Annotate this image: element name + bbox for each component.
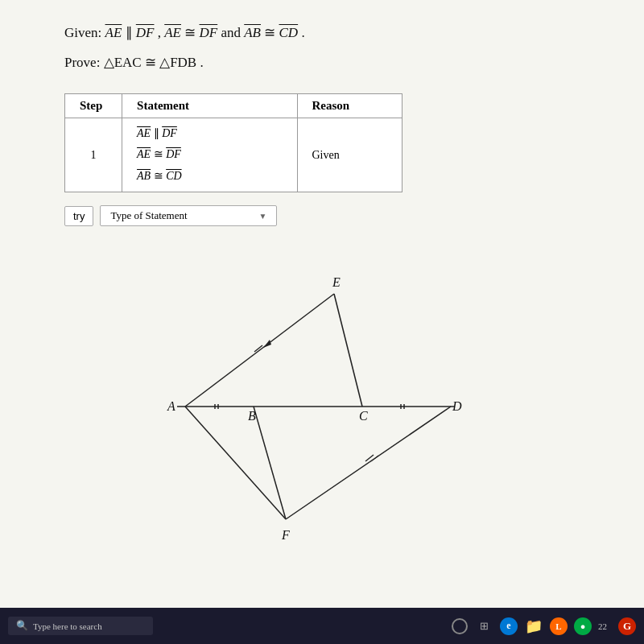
label-E: E xyxy=(332,275,341,289)
stmt3: AB ≅ CD xyxy=(137,167,282,185)
cd-s: CD xyxy=(166,170,181,182)
ae-s2: AE xyxy=(137,148,151,160)
svg-line-3 xyxy=(185,407,286,519)
cd-segment: CD xyxy=(279,25,299,40)
label-B: B xyxy=(248,409,256,423)
given-label: Given: xyxy=(64,25,105,40)
par-sym: ∥ xyxy=(154,127,163,139)
try-row: try Type of Statement ▼ xyxy=(64,205,596,226)
prove-label: Prove: xyxy=(64,55,104,70)
period2: . xyxy=(200,55,203,70)
cong-sym: ≅ xyxy=(154,148,167,160)
comma: , xyxy=(158,25,165,40)
geometry-svg: A B C D E F xyxy=(105,250,507,564)
df-s: DF xyxy=(162,127,177,139)
taskbar: 🔍 Type here to search ⊞ e 📁 L ● 22 G xyxy=(0,608,644,644)
df-segment: DF xyxy=(136,25,155,40)
df-segment2: DF xyxy=(200,25,218,40)
label-D: D xyxy=(452,399,462,413)
given-line: Given: AE ∥ DF , AE ≅ DF and AB ≅ CD . xyxy=(64,24,596,41)
chevron-down-icon: ▼ xyxy=(259,212,267,221)
taskbar-chrome-icon[interactable]: G xyxy=(618,617,636,635)
stmt2: AE ≅ DF xyxy=(137,146,282,163)
svg-line-5 xyxy=(254,407,286,519)
label-C: C xyxy=(359,409,368,423)
geometry-figure: A B C D E F xyxy=(105,250,588,572)
search-text: Type here to search xyxy=(33,621,102,631)
taskbar-folder-icon[interactable]: 📁 xyxy=(524,617,543,636)
dropdown-placeholder: Type of Statement xyxy=(110,209,187,222)
ae-s: AE xyxy=(137,127,151,139)
search-icon: 🔍 xyxy=(16,620,28,632)
statement-header: Statement xyxy=(122,94,297,118)
taskbar-date: 22 xyxy=(598,621,607,631)
content-area: Given: AE ∥ DF , AE ≅ DF and AB ≅ CD . P… xyxy=(0,0,644,242)
svg-marker-8 xyxy=(263,340,271,348)
df-s2: DF xyxy=(166,148,181,160)
and-text: and xyxy=(221,25,244,40)
type-of-statement-dropdown[interactable]: Type of Statement ▼ xyxy=(100,205,277,226)
parallel-symbol: ∥ xyxy=(126,25,136,40)
ab-s: AB xyxy=(137,170,151,182)
statement-lines: AE ∥ DF AE ≅ DF AB ≅ xyxy=(137,125,282,185)
table-row: 1 AE ∥ DF AE ≅ DF xyxy=(65,118,402,192)
try-button[interactable]: try xyxy=(64,206,93,226)
label-A: A xyxy=(167,399,175,413)
taskbar-green-icon[interactable]: ● xyxy=(574,617,592,635)
proof-table: Step Statement Reason 1 AE ∥ DF xyxy=(64,93,402,192)
prove-line: Prove: △EAC ≅ △FDB . xyxy=(64,54,596,71)
ab-segment: AB xyxy=(244,25,261,40)
ae-segment2: AE xyxy=(164,25,181,40)
svg-line-4 xyxy=(286,407,451,519)
step-cell: 1 xyxy=(65,118,122,192)
reason-cell: Given xyxy=(297,118,402,192)
statement-cell: AE ∥ DF AE ≅ DF AB ≅ xyxy=(122,118,297,192)
taskbar-l-icon[interactable]: L xyxy=(550,617,568,635)
triangle-fdb: △FDB xyxy=(159,55,196,70)
screen: Given: AE ∥ DF , AE ≅ DF and AB ≅ CD . P… xyxy=(0,0,644,608)
congruent2: ≅ xyxy=(264,25,279,40)
period1: . xyxy=(301,25,304,40)
svg-line-1 xyxy=(334,294,362,407)
congruent3: ≅ xyxy=(145,55,159,70)
taskbar-icons: ⊞ e 📁 L ● 22 G xyxy=(452,617,636,636)
ae-segment: AE xyxy=(105,25,122,40)
step-header: Step xyxy=(65,94,122,118)
reason-header: Reason xyxy=(297,94,402,118)
svg-line-0 xyxy=(185,294,334,407)
taskbar-search[interactable]: 🔍 Type here to search xyxy=(8,617,153,635)
taskbar-edge-icon[interactable]: e xyxy=(500,617,518,635)
stmt1: AE ∥ DF xyxy=(137,125,282,142)
taskbar-widgets-icon[interactable]: ⊞ xyxy=(474,617,493,636)
congruent1: ≅ xyxy=(184,25,199,40)
taskbar-circle-icon[interactable] xyxy=(452,618,468,634)
cong-sym2: ≅ xyxy=(154,170,167,182)
triangle-eac: △EAC xyxy=(104,55,142,70)
label-F: F xyxy=(281,528,290,542)
